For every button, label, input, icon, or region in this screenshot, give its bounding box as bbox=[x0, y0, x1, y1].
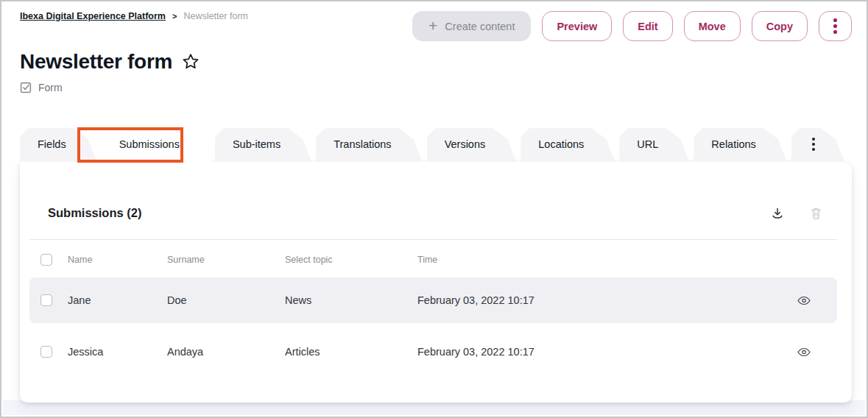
tab-bar: Fields Submissions Sub-items Translation… bbox=[20, 128, 844, 162]
download-button[interactable] bbox=[771, 207, 784, 220]
content-type-label: Form bbox=[38, 82, 63, 93]
table-row: Jessica Andaya Articles February 03, 202… bbox=[29, 330, 837, 374]
select-all-checkbox[interactable] bbox=[40, 254, 52, 266]
check-square-icon bbox=[20, 81, 32, 93]
col-header-topic: Select topic bbox=[285, 255, 417, 265]
cell-name: Jessica bbox=[68, 346, 167, 358]
content-type-row: Form bbox=[20, 81, 63, 93]
create-content-button[interactable]: + Create content bbox=[412, 11, 531, 41]
tab-relations[interactable]: Relations bbox=[694, 128, 786, 162]
eye-icon bbox=[797, 296, 811, 305]
cell-topic: News bbox=[285, 294, 417, 306]
col-header-name: Name bbox=[68, 255, 167, 265]
toolbar: + Create content Preview Edit Move Copy bbox=[412, 11, 852, 41]
breadcrumb-root-link[interactable]: Ibexa Digital Experience Platform bbox=[20, 11, 166, 21]
kebab-icon bbox=[833, 18, 837, 22]
more-actions-button[interactable] bbox=[819, 11, 852, 41]
page-title: Newsletter form bbox=[20, 50, 172, 74]
plus-icon: + bbox=[428, 18, 437, 33]
view-submission-button[interactable] bbox=[797, 347, 811, 357]
col-header-time: Time bbox=[417, 255, 771, 265]
star-icon[interactable] bbox=[181, 52, 200, 71]
app-window: Ibexa Digital Experience Platform > News… bbox=[0, 0, 868, 418]
move-button[interactable]: Move bbox=[684, 11, 741, 41]
title-row: Newsletter form bbox=[20, 50, 200, 74]
tab-locations[interactable]: Locations bbox=[521, 128, 615, 162]
panel-actions bbox=[771, 207, 822, 220]
copy-button[interactable]: Copy bbox=[752, 11, 808, 41]
tab-translations[interactable]: Translations bbox=[316, 128, 422, 162]
breadcrumb-separator: > bbox=[172, 12, 177, 21]
tab-more-button[interactable] bbox=[791, 128, 844, 162]
panel-title: Submissions (2) bbox=[48, 206, 141, 220]
page-bottom-strip bbox=[3, 400, 865, 415]
cell-time: February 03, 2022 10:17 bbox=[417, 294, 771, 306]
tab-versions[interactable]: Versions bbox=[427, 128, 517, 162]
tab-fields[interactable]: Fields bbox=[20, 128, 97, 162]
delete-button[interactable] bbox=[810, 207, 822, 220]
breadcrumb: Ibexa Digital Experience Platform > News… bbox=[20, 11, 248, 21]
cell-surname: Doe bbox=[167, 294, 285, 306]
submissions-panel: Submissions (2) Name Surname Select topi… bbox=[20, 162, 852, 403]
col-header-surname: Surname bbox=[167, 255, 285, 265]
kebab-icon bbox=[812, 138, 815, 141]
preview-button[interactable]: Preview bbox=[542, 11, 612, 41]
table-row: Jane Doe News February 03, 2022 10:17 bbox=[29, 277, 837, 323]
eye-icon bbox=[797, 347, 811, 357]
trash-icon bbox=[810, 207, 822, 220]
download-icon bbox=[771, 207, 784, 220]
edit-button[interactable]: Edit bbox=[623, 11, 672, 41]
table-header-row: Name Surname Select topic Time bbox=[29, 245, 837, 274]
row-checkbox[interactable] bbox=[40, 346, 52, 358]
cell-time: February 03, 2022 10:17 bbox=[417, 346, 771, 358]
create-content-label: Create content bbox=[445, 21, 515, 32]
tab-submissions[interactable]: Submissions bbox=[102, 128, 211, 162]
breadcrumb-current: Newsletter form bbox=[183, 11, 248, 21]
tab-url[interactable]: URL bbox=[619, 128, 689, 162]
cell-topic: Articles bbox=[285, 346, 417, 358]
cell-name: Jane bbox=[68, 294, 167, 306]
cell-surname: Andaya bbox=[167, 346, 285, 358]
view-submission-button[interactable] bbox=[797, 296, 811, 305]
table-top-divider bbox=[29, 239, 837, 240]
row-checkbox[interactable] bbox=[40, 294, 52, 306]
tab-sub-items[interactable]: Sub-items bbox=[215, 128, 311, 162]
